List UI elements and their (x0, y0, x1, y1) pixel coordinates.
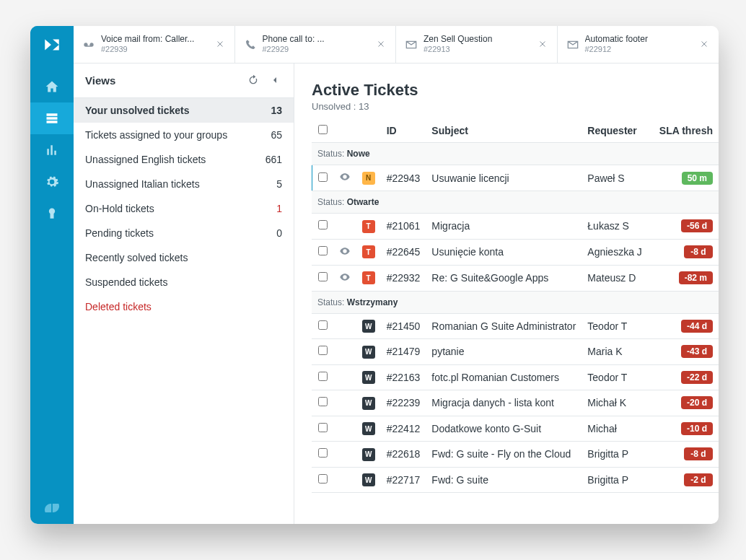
ticket-row[interactable]: T #22932 Re: G Suite&Google Apps Mateusz… (312, 265, 719, 291)
ticket-requester: Łukasz S (582, 214, 654, 240)
app-window: Voice mail from: Caller... #22939 Phone … (30, 26, 719, 524)
ticket-subject: Migracja (426, 214, 582, 240)
tickets-title: Active Tickets (312, 81, 719, 100)
row-checkbox[interactable] (318, 372, 328, 381)
view-label: On-Hold tickets (85, 203, 276, 214)
view-item[interactable]: Recently solved tickets (74, 245, 294, 270)
row-checkbox[interactable] (318, 172, 328, 182)
eye-icon (339, 171, 351, 183)
row-checkbox[interactable] (318, 220, 328, 229)
ticket-subject: Usunięcie konta (426, 239, 582, 265)
nav-home[interactable] (30, 71, 74, 102)
row-checkbox[interactable] (318, 474, 328, 484)
close-icon[interactable] (377, 40, 387, 50)
refresh-icon[interactable] (247, 74, 260, 87)
tab-title: Automatic footer (585, 34, 695, 45)
row-checkbox[interactable] (318, 448, 328, 458)
phone-icon (244, 38, 257, 51)
select-all-checkbox[interactable] (318, 125, 328, 134)
status-badge: W (362, 397, 375, 410)
main: Voice mail from: Caller... #22939 Phone … (74, 26, 719, 524)
sla-badge: -8 d (684, 447, 713, 460)
brand-logo[interactable] (30, 26, 74, 64)
col-id[interactable]: ID (381, 119, 426, 143)
row-checkbox[interactable] (318, 272, 328, 281)
ticket-subject: Fwd: G suite - Fly on the Cloud (426, 442, 582, 468)
row-checkbox[interactable] (318, 320, 328, 330)
sla-badge: -43 d (681, 345, 713, 358)
status-badge: W (362, 371, 375, 384)
collapse-icon[interactable] (269, 74, 282, 87)
zendesk-logo-icon (30, 492, 74, 524)
ticket-row[interactable]: W #22163 fotc.pl Romanian Customers Teod… (312, 364, 719, 390)
view-item[interactable]: On-Hold tickets 1 (74, 196, 294, 221)
row-checkbox[interactable] (318, 346, 328, 355)
ticket-requester: Paweł S (582, 165, 654, 191)
ticket-row[interactable]: T #22645 Usunięcie konta Agnieszka J -8 … (312, 239, 719, 265)
ticket-row[interactable]: W #22717 Fwd: G suite Brigitta P -2 d (312, 467, 719, 493)
nav-views[interactable] (30, 102, 74, 134)
ticket-id: #22645 (381, 239, 426, 265)
view-item[interactable]: Suspended tickets (74, 270, 294, 294)
ticket-requester: Mateusz D (582, 265, 654, 291)
status-badge: W (362, 422, 375, 435)
col-subject[interactable]: Subject (426, 119, 582, 143)
row-checkbox[interactable] (318, 246, 328, 255)
nav-extra[interactable] (30, 198, 74, 229)
ticket-id: #22239 (381, 390, 426, 416)
close-icon[interactable] (216, 40, 226, 50)
tickets-panel: Active Tickets Unsolved : 13 ID Subject … (294, 64, 719, 524)
status-group-row: Status: Otwarte (312, 191, 719, 214)
nav-reports[interactable] (30, 134, 74, 166)
ticket-row[interactable]: W #22618 Fwd: G suite - Fly on the Cloud… (312, 442, 719, 468)
col-requester[interactable]: Requester (582, 119, 654, 143)
col-sla[interactable]: SLA thresh (654, 119, 719, 143)
ticket-subject: pytanie (426, 339, 582, 365)
close-icon[interactable] (700, 40, 710, 50)
view-item[interactable]: Tickets assigned to your groups 65 (74, 123, 294, 147)
ticket-requester: Brigitta P (582, 467, 654, 493)
ticket-row[interactable]: W #21479 pytanie Maria K -43 d (312, 339, 719, 365)
ticket-id: #21450 (381, 313, 426, 339)
tab[interactable]: Automatic footer #22912 (558, 26, 719, 63)
view-label: Tickets assigned to your groups (85, 129, 271, 141)
ticket-row[interactable]: W #22412 Dodatkowe konto G-Suit Michał -… (312, 416, 719, 442)
view-item[interactable]: Unassigned English tickets 661 (74, 147, 294, 172)
view-item[interactable]: Deleted tickets (74, 294, 294, 319)
status-group-row: Status: Nowe (312, 143, 719, 165)
open-tabs: Voice mail from: Caller... #22939 Phone … (74, 26, 719, 64)
ticket-row[interactable]: W #22239 Migracja danych - lista kont Mi… (312, 390, 719, 416)
tab[interactable]: Phone call to: ... #22929 (235, 26, 397, 63)
ticket-row[interactable]: W #21450 Romanian G Suite Administrator … (312, 313, 719, 339)
sla-badge: -44 d (681, 320, 713, 333)
ticket-subject: Migracja danych - lista kont (426, 390, 582, 416)
view-item[interactable]: Unassigned Italian tickets 5 (74, 172, 294, 196)
status-badge: W (362, 346, 375, 359)
voicemail-icon (82, 38, 95, 51)
close-icon[interactable] (538, 40, 548, 50)
ticket-id: #22932 (381, 265, 426, 291)
ticket-row[interactable]: N #22943 Usuwanie licencji Paweł S 50 m (312, 165, 719, 191)
view-item[interactable]: Your unsolved tickets 13 (74, 98, 294, 123)
tab[interactable]: Zen Sell Question #22913 (396, 26, 558, 63)
ticket-row[interactable]: T #21061 Migracja Łukasz S -56 d (312, 214, 719, 240)
ticket-subject: Romanian G Suite Administrator (426, 313, 582, 339)
status-badge: T (362, 220, 375, 233)
ticket-subject: fotc.pl Romanian Customers (426, 364, 582, 390)
status-badge: T (362, 245, 375, 258)
status-badge: N (362, 172, 375, 185)
sla-badge: -22 d (681, 371, 713, 384)
tab[interactable]: Voice mail from: Caller... #22939 (74, 26, 235, 63)
ticket-requester: Teodor T (582, 364, 654, 390)
ticket-subject: Re: G Suite&Google Apps (426, 265, 582, 291)
sla-badge: -82 m (679, 271, 713, 284)
row-checkbox[interactable] (318, 397, 328, 406)
tab-ticket-id: #22939 (101, 45, 210, 55)
sla-badge: -8 d (684, 245, 713, 258)
status-badge: T (362, 271, 375, 284)
eye-icon (339, 245, 351, 257)
row-checkbox[interactable] (318, 423, 328, 432)
view-item[interactable]: Pending tickets 0 (74, 221, 294, 245)
ticket-subject: Dodatkowe konto G-Suit (426, 416, 582, 442)
nav-admin[interactable] (30, 166, 74, 198)
